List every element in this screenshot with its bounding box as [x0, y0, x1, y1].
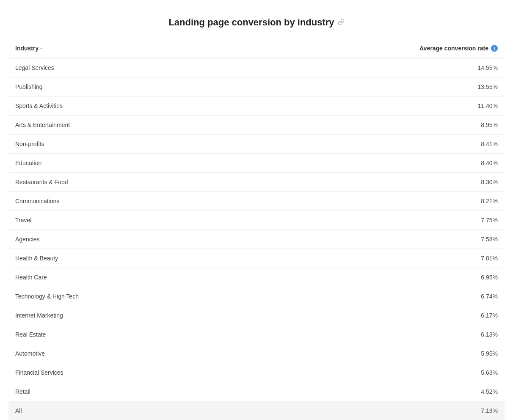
sort-indicator: -: [40, 45, 42, 51]
row-industry-label: Health & Beauty: [15, 255, 58, 262]
table-row[interactable]: Health & Beauty7.01%: [8, 249, 505, 268]
row-rate-value: 8.95%: [481, 122, 498, 128]
row-industry-label: Publishing: [15, 83, 43, 90]
row-rate-value: 14.55%: [478, 64, 498, 71]
table-row[interactable]: Communications8.21%: [8, 192, 505, 211]
row-rate-value: 13.55%: [478, 83, 498, 90]
data-table: Industry - Average conversion rate i Leg…: [8, 41, 505, 420]
row-rate-value: 11.40%: [478, 102, 498, 109]
conversion-header: Average conversion rate i: [419, 45, 498, 52]
industry-header-label: Industry: [15, 45, 39, 52]
row-industry-label: Restaurants & Food: [15, 179, 68, 185]
row-rate-value: 6.74%: [481, 293, 498, 300]
row-rate-value: 8.21%: [481, 198, 498, 204]
page-title: Landing page conversion by industry: [168, 17, 334, 28]
row-industry-label: Education: [15, 160, 41, 166]
info-icon[interactable]: i: [491, 45, 498, 52]
row-industry-label: Arts & Entertainment: [15, 122, 70, 128]
table-row[interactable]: Agencies7.58%: [8, 230, 505, 249]
row-industry-label: Agencies: [15, 236, 40, 243]
table-row[interactable]: Real Estate6.13%: [8, 325, 505, 344]
table-header: Industry - Average conversion rate i: [8, 41, 505, 58]
conversion-header-label: Average conversion rate: [419, 45, 488, 52]
row-industry-label: Legal Services: [15, 64, 54, 71]
row-industry-label: Automotive: [15, 350, 45, 357]
title-row: Landing page conversion by industry: [8, 8, 505, 41]
table-row[interactable]: Legal Services14.55%: [8, 58, 505, 77]
row-industry-label: Health Care: [15, 274, 47, 281]
row-industry-label: Internet Marketing: [15, 312, 63, 319]
row-rate-value: 8.30%: [481, 179, 498, 185]
row-rate-value: 7.75%: [481, 217, 498, 224]
row-industry-label: Non-profits: [15, 141, 44, 147]
row-rate-value: 6.13%: [481, 331, 498, 338]
table-row[interactable]: Technology & High Tech6.74%: [8, 287, 505, 306]
table-row[interactable]: Arts & Entertainment8.95%: [8, 116, 505, 135]
row-rate-value: 8.41%: [481, 141, 498, 147]
row-rate-value: 7.58%: [481, 236, 498, 243]
industry-header[interactable]: Industry -: [15, 45, 42, 52]
row-industry-label: Real Estate: [15, 331, 46, 338]
row-industry-label: Sports & Activities: [15, 102, 63, 109]
table-row[interactable]: Internet Marketing6.17%: [8, 306, 505, 325]
row-industry-label: Travel: [15, 217, 31, 224]
row-industry-label: Communications: [15, 198, 59, 204]
table-row[interactable]: Sports & Activities11.40%: [8, 97, 505, 116]
table-row[interactable]: Automotive5.95%: [8, 344, 505, 363]
row-rate-value: 6.95%: [481, 274, 498, 281]
table-row[interactable]: Publishing13.55%: [8, 77, 505, 97]
table-row[interactable]: Education8.40%: [8, 154, 505, 173]
table-row[interactable]: Financial Services5.63%: [8, 363, 505, 382]
table-row[interactable]: Travel7.75%: [8, 211, 505, 230]
table-row[interactable]: Non-profits8.41%: [8, 135, 505, 154]
row-industry-label: All: [15, 407, 22, 414]
row-industry-label: Financial Services: [15, 369, 63, 376]
row-rate-value: 8.40%: [481, 160, 498, 166]
row-rate-value: 5.63%: [481, 369, 498, 376]
row-industry-label: Technology & High Tech: [15, 293, 79, 300]
row-rate-value: 7.13%: [481, 407, 498, 414]
link-icon[interactable]: [338, 19, 345, 27]
row-rate-value: 5.95%: [481, 350, 498, 357]
row-rate-value: 7.01%: [481, 255, 498, 262]
row-rate-value: 6.17%: [481, 312, 498, 319]
table-row[interactable]: Retail4.52%: [8, 382, 505, 401]
row-rate-value: 4.52%: [481, 388, 498, 395]
table-row[interactable]: Restaurants & Food8.30%: [8, 173, 505, 192]
table-row[interactable]: Health Care6.95%: [8, 268, 505, 287]
page-container: Landing page conversion by industry Indu…: [0, 0, 513, 420]
row-industry-label: Retail: [15, 388, 30, 395]
table-row[interactable]: All7.13%: [8, 401, 505, 420]
table-body: Legal Services14.55%Publishing13.55%Spor…: [8, 58, 505, 420]
